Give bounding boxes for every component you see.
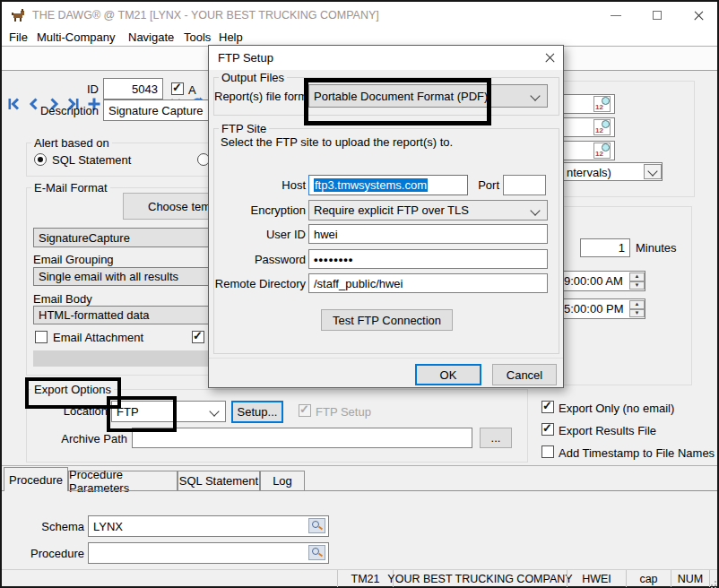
minutes-label: Minutes	[636, 241, 677, 255]
procedure-field[interactable]	[88, 542, 329, 564]
cancel-button[interactable]: Cancel	[492, 364, 557, 385]
email-attachment-label: Email Attachment	[53, 331, 143, 344]
user-id-field[interactable]: hwei	[308, 224, 548, 244]
browse-button-label: ...	[491, 431, 501, 445]
cancel-button-label: Cancel	[507, 368, 542, 382]
chevron-down-icon	[647, 166, 657, 176]
email-attachment-checkbox[interactable]	[35, 331, 48, 343]
active-partial-label: A	[188, 83, 196, 97]
combo-dropdown-button[interactable]	[644, 164, 662, 179]
time-spinner[interactable]: ▲▼	[629, 272, 645, 290]
spin-up-icon[interactable]: ▲	[629, 272, 645, 281]
menu-help[interactable]: Help	[219, 30, 243, 44]
test-ftp-connection-label: Test FTP Connection	[333, 314, 441, 327]
dialog-title-bar: FTP Setup	[209, 46, 563, 70]
archive-path-field[interactable]	[132, 428, 472, 448]
test-ftp-connection-button[interactable]: Test FTP Connection	[321, 309, 453, 331]
minutes-field[interactable]: 1	[580, 238, 630, 257]
tab-log[interactable]: Log	[260, 471, 305, 490]
menu-file[interactable]: File	[9, 30, 28, 44]
procedure-lookup-icon[interactable]	[308, 545, 325, 560]
tab-procedure-label: Procedure	[9, 473, 63, 487]
format-value: Portable Document Format (PDF)	[314, 90, 488, 103]
start-time-value: 9:00:00 AM	[564, 274, 623, 288]
tab-log-label: Log	[273, 474, 292, 488]
datetime-picker-icon[interactable]: 12	[593, 143, 611, 159]
procedure-label: Procedure	[18, 547, 84, 560]
datetime-picker-icon[interactable]: 12	[593, 119, 611, 135]
ftp-site-description: Select the FTP site to upload the report…	[221, 135, 453, 149]
sql-statement-label: SQL Statement	[52, 153, 131, 167]
schema-value: LYNX	[93, 520, 123, 533]
remote-directory-field[interactable]: /staff_public/hwei	[308, 273, 548, 293]
location-combo[interactable]: FTP	[111, 401, 226, 422]
tab-procedure-parameters[interactable]: Procedure Parameters	[68, 471, 178, 490]
close-button[interactable]	[678, 2, 717, 29]
port-field[interactable]	[503, 175, 546, 195]
password-field[interactable]: ••••••••	[308, 249, 548, 269]
ok-button-label: OK	[440, 368, 457, 382]
app-window: THE DAWG® @ TM21 [LYNX - YOUR BEST TRUCK…	[0, 0, 719, 588]
password-value-masked: ••••••••	[314, 253, 353, 266]
browse-button[interactable]: ...	[480, 428, 512, 448]
archive-path-label: Archive Path	[56, 432, 127, 445]
email-body-label: Email Body	[33, 292, 92, 306]
time-spinner[interactable]: ▲▼	[629, 300, 645, 317]
export-results-checkbox[interactable]	[541, 423, 554, 436]
host-field[interactable]: ftp3.tmwsystems.com	[308, 175, 468, 195]
export-only-label: Export Only (no email)	[559, 402, 674, 415]
alert-group-title: Alert based on	[31, 136, 112, 150]
setup-button[interactable]: Setup...	[231, 401, 283, 423]
menu-multi-company[interactable]: Multi-Company	[37, 30, 115, 44]
minimize-button[interactable]	[595, 2, 637, 29]
spin-down-icon[interactable]: ▼	[629, 309, 645, 318]
remote-directory-label: Remote Directory	[213, 277, 306, 290]
menu-navigate[interactable]: Navigate	[128, 30, 174, 44]
id-value: 5043	[132, 82, 158, 96]
password-label: Password	[213, 253, 306, 266]
status-numlock: NUM	[671, 570, 710, 587]
dialog-close-button[interactable]	[537, 46, 563, 70]
menu-tools[interactable]: Tools	[184, 30, 211, 44]
schema-label: Schema	[27, 520, 84, 533]
resize-grip[interactable]	[710, 578, 717, 586]
app-dog-icon	[11, 7, 27, 23]
email-format-title: E-Mail Format	[31, 181, 110, 195]
export-results-label: Export Results File	[559, 424, 656, 437]
first-record-icon[interactable]	[4, 93, 23, 114]
email-body-value: HTML-formatted data	[39, 308, 150, 322]
partial-checkbox[interactable]	[192, 331, 204, 343]
spin-down-icon[interactable]: ▼	[629, 281, 645, 290]
id-label: ID	[65, 82, 99, 96]
schema-field[interactable]: LYNX	[88, 515, 329, 537]
ok-button[interactable]: OK	[415, 364, 481, 385]
add-timestamp-label: Add Timestamp to File Names	[559, 446, 715, 460]
close-icon	[693, 10, 705, 22]
id-field[interactable]: 5043	[103, 78, 163, 99]
tab-sql-statement[interactable]: SQL Statement	[178, 471, 260, 490]
status-app: TM21	[337, 570, 393, 587]
maximize-button[interactable]	[637, 2, 678, 29]
tab-procedure[interactable]: Procedure	[4, 467, 68, 491]
tab-sql-statement-label: SQL Statement	[179, 474, 258, 488]
menu-bar: File Multi-Company Navigate Tools Help	[2, 29, 717, 47]
spin-up-icon[interactable]: ▲	[629, 300, 645, 309]
encryption-combo[interactable]: Require explicit FTP over TLS	[308, 200, 548, 220]
remote-directory-value: /staff_public/hwei	[314, 277, 403, 290]
sql-statement-radio[interactable]	[34, 153, 47, 166]
schedule-type-partial-text: ntervals)	[567, 166, 611, 179]
add-timestamp-checkbox[interactable]	[541, 445, 554, 458]
user-id-label: User ID	[213, 228, 306, 241]
minimize-icon	[611, 15, 621, 16]
active-checkbox[interactable]	[171, 82, 184, 95]
maximize-icon	[653, 11, 662, 20]
format-combo[interactable]: Portable Document Format (PDF)	[308, 84, 548, 108]
datetime-picker-icon[interactable]: 12	[593, 96, 611, 112]
end-time-value: 5:00:00 PM	[564, 302, 624, 316]
chevron-down-icon	[530, 205, 540, 215]
schema-lookup-icon[interactable]	[308, 518, 325, 533]
window-title: THE DAWG® @ TM21 [LYNX - YOUR BEST TRUCK…	[32, 9, 379, 22]
output-files-title: Output Files	[219, 71, 287, 84]
close-icon	[544, 52, 556, 64]
export-only-checkbox[interactable]	[541, 401, 554, 413]
